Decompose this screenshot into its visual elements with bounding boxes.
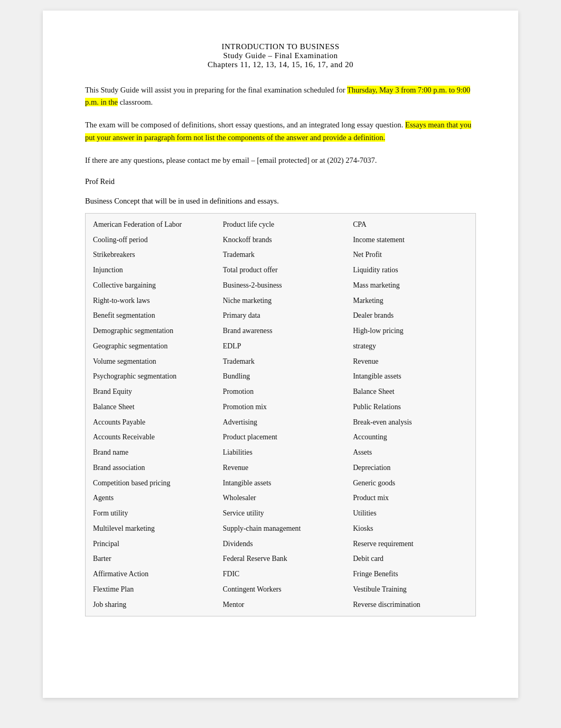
list-item: Income statement <box>345 233 475 248</box>
list-item: Business-2-business <box>216 278 345 293</box>
list-item: Advertising <box>216 415 345 430</box>
list-item: FDIC <box>216 567 345 582</box>
list-item: Generic goods <box>345 476 475 491</box>
list-item: Kiosks <box>345 521 475 537</box>
list-item: Wholesaler <box>216 491 345 506</box>
list-item: Dealer brands <box>345 308 475 324</box>
list-item: strategy <box>345 339 475 354</box>
list-item: High-low pricing <box>345 324 475 339</box>
header-line3: Chapters 11, 12, 13, 14, 15, 16, 17, and… <box>85 60 476 69</box>
list-item: Net Profit <box>345 247 475 263</box>
list-item: Benefit segmentation <box>86 308 216 324</box>
table-row: Brand nameLiabilitiesAssets <box>86 445 476 460</box>
table-row: Accounts ReceivableProduct placementAcco… <box>86 430 476 445</box>
list-item: Demographic segmentation <box>86 324 216 339</box>
list-item: Geographic segmentation <box>86 339 216 354</box>
table-row: Volume segmentationTrademarkRevenue <box>86 354 476 370</box>
list-item: Multilevel marketing <box>86 521 216 537</box>
list-item: Revenue <box>345 354 475 370</box>
table-row: Competition based pricingIntangible asse… <box>86 476 476 491</box>
list-item: Brand association <box>86 460 216 476</box>
list-item: Brand Equity <box>86 384 216 400</box>
table-row: PrincipalDividendsReserve requirement <box>86 537 476 552</box>
page: INTRODUCTION TO BUSINESS Study Guide – F… <box>43 11 518 698</box>
table-row: Flextime PlanContingent WorkersVestibule… <box>86 582 476 597</box>
list-item: Intangible assets <box>216 476 345 491</box>
list-item: Principal <box>86 537 216 552</box>
list-item: Accounts Receivable <box>86 430 216 445</box>
table-row: Multilevel marketingSupply-chain managem… <box>86 521 476 537</box>
list-item: EDLP <box>216 339 345 354</box>
list-item: Service utility <box>216 506 345 521</box>
list-item: Collective bargaining <box>86 278 216 293</box>
list-item: Accounting <box>345 430 475 445</box>
table-row: American Federation of LaborProduct life… <box>86 213 476 232</box>
intro-para1-before: This Study Guide will assist you in prep… <box>85 86 347 94</box>
list-item: Contingent Workers <box>216 582 345 597</box>
prof-name: Prof Reid <box>85 177 476 186</box>
list-item: Balance Sheet <box>345 384 475 400</box>
list-item: Cooling-off period <box>86 233 216 248</box>
table-row: AgentsWholesalerProduct mix <box>86 491 476 506</box>
list-item: Brand awareness <box>216 324 345 339</box>
list-item: Total product offer <box>216 263 345 278</box>
list-item: Mentor <box>216 597 345 616</box>
list-item: Brand name <box>86 445 216 460</box>
list-item: Form utility <box>86 506 216 521</box>
table-row: Psychographic segmentationBundlingIntang… <box>86 369 476 384</box>
list-item: Promotion <box>216 384 345 400</box>
list-item: Dividends <box>216 537 345 552</box>
list-item: Liabilities <box>216 445 345 460</box>
table-row: Brand EquityPromotionBalance Sheet <box>86 384 476 400</box>
list-item: Product placement <box>216 430 345 445</box>
table-row: Balance SheetPromotion mixPublic Relatio… <box>86 400 476 415</box>
list-item: Debit card <box>345 551 475 567</box>
list-item: Vestibule Training <box>345 582 475 597</box>
list-item: Volume segmentation <box>86 354 216 370</box>
list-item: Utilities <box>345 506 475 521</box>
table-row: Affirmative ActionFDICFringe Benefits <box>86 567 476 582</box>
table-row: InjunctionTotal product offerLiquidity r… <box>86 263 476 278</box>
list-item: Supply-chain management <box>216 521 345 537</box>
list-item: CPA <box>345 213 475 232</box>
list-item: Reserve requirement <box>345 537 475 552</box>
concepts-table: American Federation of LaborProduct life… <box>85 213 476 617</box>
table-row: Collective bargainingBusiness-2-business… <box>86 278 476 293</box>
list-item: Liquidity ratios <box>345 263 475 278</box>
intro-para1-after: classroom. <box>118 98 153 106</box>
table-row: BarterFederal Reserve BankDebit card <box>86 551 476 567</box>
header-line2: Study Guide – Final Examination <box>85 51 476 60</box>
list-item: American Federation of Labor <box>86 213 216 232</box>
document-header: INTRODUCTION TO BUSINESS Study Guide – F… <box>85 42 476 69</box>
list-item: Trademark <box>216 354 345 370</box>
intro-paragraph-1: This Study Guide will assist you in prep… <box>85 84 476 108</box>
table-row: Right-to-work lawsNiche marketingMarketi… <box>86 293 476 309</box>
list-item: Balance Sheet <box>86 400 216 415</box>
list-item: Affirmative Action <box>86 567 216 582</box>
list-item: Revenue <box>216 460 345 476</box>
list-item: Agents <box>86 491 216 506</box>
intro-para2-before: The exam will be composed of definitions… <box>85 121 405 129</box>
list-item: Depreciation <box>345 460 475 476</box>
list-item: Right-to-work laws <box>86 293 216 309</box>
header-line1: INTRODUCTION TO BUSINESS <box>85 42 476 51</box>
concepts-intro: Business Concept that will be in used in… <box>85 197 476 206</box>
list-item: Knockoff brands <box>216 233 345 248</box>
list-item: Promotion mix <box>216 400 345 415</box>
list-item: Assets <box>345 445 475 460</box>
list-item: Job sharing <box>86 597 216 616</box>
list-item: Accounts Payable <box>86 415 216 430</box>
list-item: Intangible assets <box>345 369 475 384</box>
list-item: Injunction <box>86 263 216 278</box>
list-item: Niche marketing <box>216 293 345 309</box>
list-item: Product life cycle <box>216 213 345 232</box>
list-item: Public Relations <box>345 400 475 415</box>
list-item: Mass marketing <box>345 278 475 293</box>
table-row: Accounts PayableAdvertisingBreak-even an… <box>86 415 476 430</box>
list-item: Product mix <box>345 491 475 506</box>
list-item: Trademark <box>216 247 345 263</box>
list-item: Reverse discrimination <box>345 597 475 616</box>
list-item: Flextime Plan <box>86 582 216 597</box>
table-row: Cooling-off periodKnockoff brandsIncome … <box>86 233 476 248</box>
list-item: Fringe Benefits <box>345 567 475 582</box>
